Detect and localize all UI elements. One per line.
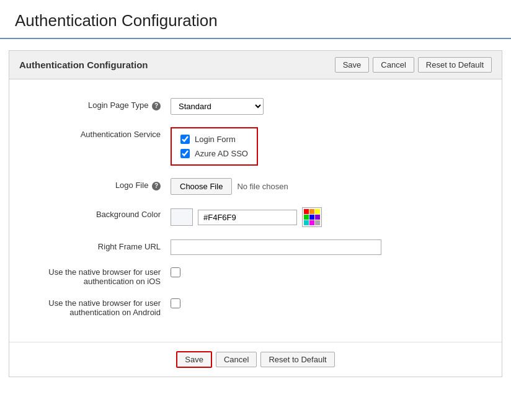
panel-body: Login Page Type ? Standard Custom Authen… <box>9 79 502 336</box>
color-picker-icon[interactable] <box>302 207 322 227</box>
login-form-checkbox-row[interactable]: Login Form <box>180 135 248 144</box>
azure-sso-checkbox-row[interactable]: Azure AD SSO <box>180 149 248 158</box>
footer-save-button[interactable]: Save <box>176 351 212 368</box>
login-form-checkbox[interactable] <box>180 135 190 144</box>
color-preview <box>171 208 193 226</box>
panel-header-title: Authentication Configuration <box>19 60 148 70</box>
right-frame-url-control <box>171 239 489 255</box>
color-cell <box>315 209 320 214</box>
native-ios-label: Use the native browser for user authenti… <box>22 267 171 286</box>
native-android-checkbox[interactable] <box>171 298 180 308</box>
color-input[interactable] <box>198 210 297 225</box>
page-header: Authentication Configuration <box>0 0 511 39</box>
native-ios-row: Use the native browser for user authenti… <box>9 261 502 292</box>
header-save-button[interactable]: Save <box>335 57 370 73</box>
login-page-type-help-icon[interactable]: ? <box>152 102 161 110</box>
color-cell <box>315 220 320 225</box>
footer-cancel-button[interactable]: Cancel <box>216 352 257 367</box>
logo-file-control: Choose File No file chosen <box>171 178 489 195</box>
right-frame-url-input[interactable] <box>171 239 381 255</box>
background-color-label: Background Color <box>22 207 171 219</box>
color-cell <box>309 215 314 220</box>
right-frame-url-label: Right Frame URL <box>22 239 171 251</box>
native-android-control <box>171 298 489 308</box>
auth-service-label: Authentication Service <box>22 127 171 139</box>
azure-sso-checkbox[interactable] <box>180 149 190 158</box>
right-frame-url-row: Right Frame URL <box>9 233 502 261</box>
header-reset-button[interactable]: Reset to Default <box>418 57 492 73</box>
login-page-type-select[interactable]: Standard Custom <box>171 98 264 115</box>
choose-file-button[interactable]: Choose File <box>171 178 232 195</box>
login-page-type-control: Standard Custom <box>171 98 489 115</box>
no-file-text: No file chosen <box>237 182 288 191</box>
native-android-label: Use the native browser for user authenti… <box>22 298 171 317</box>
login-page-type-row: Login Page Type ? Standard Custom <box>9 92 502 121</box>
auth-service-row: Authentication Service Login Form Azure … <box>9 121 502 172</box>
page-title: Authentication Configuration <box>15 11 496 30</box>
header-cancel-button[interactable]: Cancel <box>373 57 414 73</box>
footer-reset-button[interactable]: Reset to Default <box>260 352 334 367</box>
color-cell <box>309 209 314 214</box>
panel-header: Authentication Configuration Save Cancel… <box>9 51 502 79</box>
logo-file-label: Logo File ? <box>22 178 171 190</box>
auth-config-panel: Authentication Configuration Save Cancel… <box>9 50 502 377</box>
color-cell <box>304 215 309 220</box>
logo-file-row: Logo File ? Choose File No file chosen <box>9 172 502 201</box>
background-color-row: Background Color <box>9 201 502 233</box>
color-cell <box>304 220 309 225</box>
panel-header-actions: Save Cancel Reset to Default <box>335 57 492 73</box>
panel-footer: Save Cancel Reset to Default <box>9 342 502 377</box>
color-cell <box>304 209 309 214</box>
color-cell <box>309 220 314 225</box>
native-ios-checkbox[interactable] <box>171 267 180 277</box>
native-android-row: Use the native browser for user authenti… <box>9 292 502 323</box>
color-cell <box>315 215 320 220</box>
logo-file-help-icon[interactable]: ? <box>152 182 161 190</box>
native-ios-control <box>171 267 489 277</box>
login-form-label: Login Form <box>195 135 236 144</box>
background-color-control <box>171 207 489 227</box>
auth-service-box: Login Form Azure AD SSO <box>171 127 258 166</box>
auth-service-control: Login Form Azure AD SSO <box>171 127 489 166</box>
login-page-type-label: Login Page Type ? <box>22 98 171 110</box>
azure-sso-label: Azure AD SSO <box>195 149 248 158</box>
